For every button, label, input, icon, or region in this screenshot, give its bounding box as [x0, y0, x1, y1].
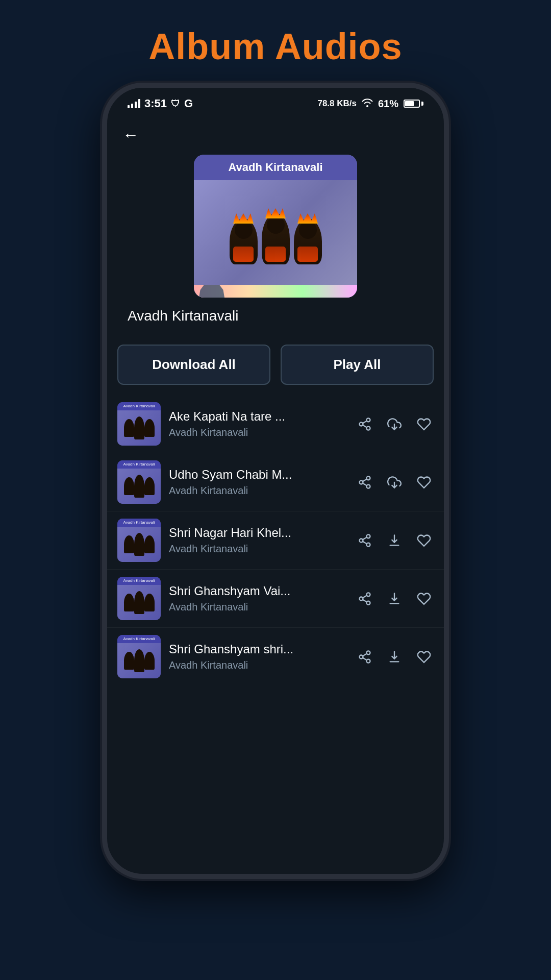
back-row: ←: [107, 115, 444, 150]
song-thumb-4: Avadh Kirtanavali: [117, 635, 161, 678]
download-button-1[interactable]: [385, 473, 404, 492]
song-item[interactable]: Avadh Kirtanavali Shri Ghanshyam shri...…: [107, 628, 444, 685]
idol-2: [262, 213, 290, 264]
song-album-0: Avadh Kirtanavali: [169, 427, 347, 438]
svg-line-4: [363, 421, 367, 423]
share-icon-2: [358, 533, 372, 548]
song-info-1: Udho Syam Chabi M... Avadh Kirtanavali: [169, 468, 347, 497]
buttons-row: Download All Play All: [107, 334, 444, 395]
signal-icon: [128, 99, 140, 108]
song-item[interactable]: Avadh Kirtanavali Ake Kapati Na tare ...…: [107, 395, 444, 453]
song-title-0: Ake Kapati Na tare ...: [169, 409, 347, 424]
song-info-0: Ake Kapati Na tare ... Avadh Kirtanavali: [169, 409, 347, 438]
svg-line-29: [363, 657, 367, 660]
svg-point-12: [367, 534, 370, 538]
network-type: G: [184, 97, 193, 110]
heart-icon-0: [417, 417, 431, 431]
heart-icon-1: [417, 475, 431, 489]
play-all-button[interactable]: Play All: [281, 345, 434, 385]
download-button-2[interactable]: [385, 531, 404, 550]
album-cover-image: [194, 180, 357, 298]
song-item[interactable]: Avadh Kirtanavali Udho Syam Chabi M... A…: [107, 453, 444, 511]
svg-point-7: [360, 480, 363, 484]
thumb-img-3: [117, 585, 161, 620]
download-all-button[interactable]: Download All: [117, 345, 270, 385]
battery-icon: [404, 100, 423, 108]
song-album-3: Avadh Kirtanavali: [169, 601, 347, 613]
share-button-3[interactable]: [355, 589, 374, 608]
data-speed: 78.8 KB/s: [317, 99, 357, 109]
heart-button-1[interactable]: [414, 473, 434, 492]
song-thumb-0: Avadh Kirtanavali: [117, 402, 161, 446]
idol-head-2: [267, 216, 285, 234]
download-icon-2: [387, 533, 402, 548]
svg-point-26: [367, 651, 370, 654]
svg-line-30: [363, 653, 367, 656]
boat-decoration: [199, 285, 224, 298]
idol-crown-2: [265, 208, 286, 218]
song-thumb-2: Avadh Kirtanavali: [117, 519, 161, 562]
thumb-title-0: Avadh Kirtanavali: [117, 402, 161, 410]
song-thumb-3: Avadh Kirtanavali: [117, 577, 161, 620]
heart-icon-4: [417, 650, 431, 664]
song-thumb-1: Avadh Kirtanavali: [117, 460, 161, 504]
song-title-2: Shri Nagar Hari Khel...: [169, 526, 347, 540]
idol-crown-1: [233, 213, 254, 224]
svg-line-9: [363, 483, 367, 485]
svg-point-14: [367, 543, 370, 546]
song-item[interactable]: Avadh Kirtanavali Shri Nagar Hari Khel..…: [107, 511, 444, 570]
idol-body-2: [265, 247, 286, 262]
heart-button-3[interactable]: [414, 589, 434, 608]
album-name: Avadh Kirtanavali: [117, 308, 238, 324]
download-button-0[interactable]: [385, 414, 404, 434]
share-button-0[interactable]: [355, 414, 374, 434]
share-button-4[interactable]: [355, 647, 374, 667]
song-item[interactable]: Avadh Kirtanavali Shri Ghanshyam Vai... …: [107, 570, 444, 628]
svg-line-23: [363, 595, 367, 598]
song-title-4: Shri Ghanshyam shri...: [169, 642, 347, 656]
page-title: Album Audios: [148, 0, 402, 83]
svg-point-2: [367, 426, 370, 430]
svg-line-10: [363, 479, 367, 481]
idol-head-3: [299, 221, 317, 239]
song-list: Avadh Kirtanavali Ake Kapati Na tare ...…: [107, 395, 444, 685]
svg-point-27: [360, 655, 363, 658]
back-button[interactable]: ←: [122, 126, 139, 144]
song-album-4: Avadh Kirtanavali: [169, 659, 347, 671]
svg-point-19: [367, 593, 370, 596]
svg-point-21: [367, 601, 370, 604]
svg-line-15: [363, 541, 367, 544]
heart-icon-3: [417, 592, 431, 606]
svg-point-8: [367, 484, 370, 488]
svg-point-6: [367, 476, 370, 480]
idol-3: [294, 218, 322, 264]
thumb-title-2: Avadh Kirtanavali: [117, 519, 161, 527]
status-right: 78.8 KB/s 61%: [317, 98, 423, 110]
thumb-title-4: Avadh Kirtanavali: [117, 635, 161, 643]
share-icon-0: [358, 417, 372, 431]
thumb-img-4: [117, 643, 161, 678]
download-button-4[interactable]: [385, 647, 404, 667]
thumb-title-3: Avadh Kirtanavali: [117, 577, 161, 585]
idol-group: [230, 213, 322, 264]
song-info-4: Shri Ghanshyam shri... Avadh Kirtanavali: [169, 642, 347, 671]
thumb-img-0: [117, 410, 161, 446]
svg-point-1: [360, 422, 363, 426]
thumb-title-1: Avadh Kirtanavali: [117, 460, 161, 469]
time-display: 3:51: [144, 97, 167, 110]
share-icon-1: [358, 475, 372, 489]
song-actions-0: [355, 414, 434, 434]
idol-body-1: [233, 247, 254, 262]
svg-line-22: [363, 599, 367, 602]
share-button-1[interactable]: [355, 473, 374, 492]
share-button-2[interactable]: [355, 531, 374, 550]
svg-point-28: [367, 659, 370, 663]
album-cover-title: Avadh Kirtanavali: [194, 155, 357, 180]
heart-button-4[interactable]: [414, 647, 434, 667]
heart-button-2[interactable]: [414, 531, 434, 550]
heart-button-0[interactable]: [414, 414, 434, 434]
download-button-3[interactable]: [385, 589, 404, 608]
idol-crown-3: [297, 213, 318, 224]
thumb-img-2: [117, 527, 161, 562]
download-icon-4: [387, 650, 402, 664]
